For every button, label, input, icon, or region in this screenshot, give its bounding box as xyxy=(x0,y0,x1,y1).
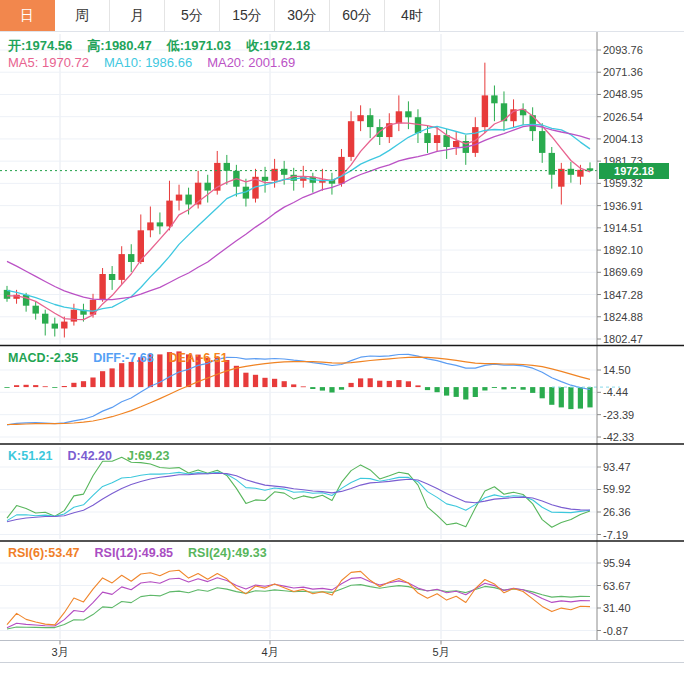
time-axis-label-5月: 5月 xyxy=(432,645,449,660)
rsi-axis-tick: 31.40 xyxy=(603,602,631,614)
macd-axis-tick: 14.50 xyxy=(603,364,631,376)
price-axis-tick: 2004.13 xyxy=(603,133,643,145)
price-axis-tick: 2026.54 xyxy=(603,111,643,123)
kdj-header-k: K:51.21 xyxy=(8,449,52,463)
price-axis-tick: 1892.10 xyxy=(603,244,643,256)
kdj-axis-tick: 59.92 xyxy=(603,483,631,495)
kdj-header: K:51.21D:42.20J:69.23 xyxy=(8,449,184,463)
kdj-axis-tick: -7.19 xyxy=(603,529,628,541)
kdj-header-j: J:69.23 xyxy=(127,449,169,463)
kdj-header-d: D:42.20 xyxy=(67,449,111,463)
ma-row-ma10: MA10: 1986.66 xyxy=(104,55,192,70)
ohlc-header: 开:1974.56高:1980.47低:1971.03收:1972.18 xyxy=(8,37,325,55)
price-axis-tick: 1959.32 xyxy=(603,177,643,189)
chart-canvas[interactable] xyxy=(0,0,684,673)
macd-header: MACD:-2.35DIFF:-7.68DEA:-6.51 xyxy=(8,351,243,365)
quote-row-low: 低:1971.03 xyxy=(167,38,231,53)
macd-axis-tick: -42.33 xyxy=(603,431,634,443)
macd-axis-tick: -4.44 xyxy=(603,386,628,398)
price-axis-tick: 1869.69 xyxy=(603,266,643,278)
ma-row-ma5: MA5: 1970.72 xyxy=(8,55,89,70)
quote-row-high: 高:1980.47 xyxy=(87,38,151,53)
macd-axis-tick: -23.39 xyxy=(603,409,634,421)
current-price-badge: 1972.18 xyxy=(599,163,669,179)
macd-header-dea: DEA:-6.51 xyxy=(169,351,228,365)
kdj-axis-tick: 93.47 xyxy=(603,461,631,473)
rsi-axis-tick: 95.94 xyxy=(603,557,631,569)
rsi-header: RSI(6):53.47RSI(12):49.85RSI(24):49.33 xyxy=(8,546,282,560)
macd-header-macd: MACD:-2.35 xyxy=(8,351,78,365)
time-axis-label-4月: 4月 xyxy=(261,645,278,660)
price-axis-tick: 2071.36 xyxy=(603,66,643,78)
price-axis-tick: 1847.28 xyxy=(603,289,643,301)
quote-row-close: 收:1972.18 xyxy=(246,38,310,53)
ma-row-ma20: MA20: 2001.69 xyxy=(207,55,295,70)
price-axis-tick: 1802.47 xyxy=(603,333,643,345)
ma-header: MA5: 1970.72MA10: 1986.66MA20: 2001.69 xyxy=(8,55,310,70)
rsi-header-rsi6: RSI(6):53.47 xyxy=(8,546,80,560)
price-axis-tick: 1824.88 xyxy=(603,311,643,323)
kdj-axis-tick: 26.36 xyxy=(603,506,631,518)
rsi-axis-tick: 63.67 xyxy=(603,580,631,592)
kline-chart-app: 日周月5分15分30分60分4时 开:1974.56高:1980.47低:197… xyxy=(0,0,684,673)
rsi-header-rsi12: RSI(12):49.85 xyxy=(95,546,174,560)
time-axis-label-3月: 3月 xyxy=(51,645,68,660)
quote-row-open: 开:1974.56 xyxy=(8,38,72,53)
price-axis-tick: 2093.76 xyxy=(603,44,643,56)
rsi-axis-tick: -0.87 xyxy=(603,625,628,637)
rsi-header-rsi24: RSI(24):49.33 xyxy=(188,546,267,560)
price-axis-tick: 2048.95 xyxy=(603,88,643,100)
price-axis-tick: 1914.51 xyxy=(603,222,643,234)
macd-header-diff: DIFF:-7.68 xyxy=(93,351,153,365)
price-axis-tick: 1936.91 xyxy=(603,200,643,212)
